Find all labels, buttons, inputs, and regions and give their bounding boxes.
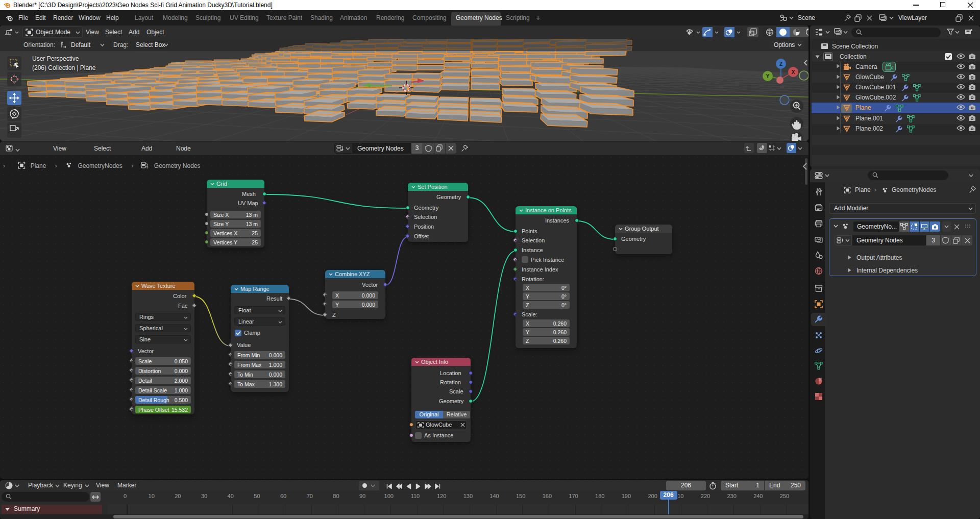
svg-text:X: X [792, 69, 795, 75]
svg-text:Y: Y [766, 73, 770, 79]
svg-text:3: 3 [146, 166, 149, 169]
svg-text:Z: Z [779, 61, 782, 67]
